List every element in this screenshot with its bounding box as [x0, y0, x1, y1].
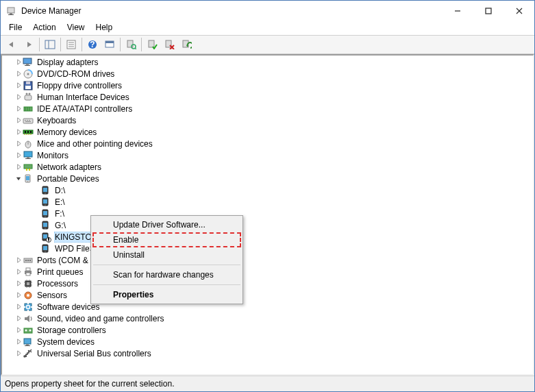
- expand-arrow-icon[interactable]: [14, 71, 23, 77]
- expand-arrow-icon[interactable]: [14, 94, 23, 100]
- expand-arrow-icon[interactable]: [14, 59, 23, 65]
- svg-point-109: [25, 329, 27, 331]
- device-tree[interactable]: Display adaptersDVD/CD-ROM drivesFloppy …: [1, 54, 534, 376]
- expand-arrow-icon[interactable]: [14, 129, 23, 135]
- svg-rect-105: [27, 310, 29, 311]
- context-menu-item[interactable]: Scan for hardware changes: [92, 267, 241, 282]
- context-menu-separator: [93, 265, 240, 265]
- tree-category[interactable]: Storage controllers: [2, 324, 533, 336]
- svg-rect-57: [25, 158, 31, 159]
- svg-rect-117: [25, 356, 27, 357]
- svg-rect-68: [43, 199, 47, 204]
- tree-device[interactable]: KINGSTON: [2, 231, 533, 243]
- scan-hardware-button[interactable]: [123, 37, 139, 52]
- expand-arrow-icon[interactable]: [14, 269, 23, 275]
- tree-category[interactable]: System devices: [2, 336, 533, 347]
- enable-device-button[interactable]: [144, 37, 160, 52]
- menu-file[interactable]: File: [3, 21, 27, 35]
- menu-view[interactable]: View: [62, 21, 90, 35]
- tree-category[interactable]: Universal Serial Bus controllers: [2, 347, 533, 359]
- tree-device[interactable]: G:\: [2, 219, 533, 231]
- tree-category[interactable]: Processors: [2, 278, 533, 289]
- tree-category[interactable]: Memory devices: [2, 126, 533, 138]
- expand-arrow-icon[interactable]: [14, 315, 23, 321]
- expand-arrow-icon[interactable]: [14, 350, 23, 356]
- expand-arrow-icon[interactable]: [14, 117, 23, 123]
- svg-rect-25: [23, 58, 32, 64]
- tree-category-label: Print queues: [36, 267, 84, 277]
- svg-rect-27: [25, 65, 30, 66]
- expand-arrow-icon[interactable]: [14, 339, 23, 345]
- show-hide-tree-button[interactable]: [42, 37, 58, 52]
- context-menu-item[interactable]: Update Driver Software...: [92, 217, 241, 232]
- sound-icon: [23, 313, 34, 324]
- expand-arrow-icon[interactable]: [14, 280, 23, 286]
- svg-point-63: [27, 181, 29, 182]
- tree-category[interactable]: Floppy drive controllers: [2, 79, 533, 91]
- display-icon: [23, 57, 34, 68]
- properties-button[interactable]: [63, 37, 79, 52]
- tree-category[interactable]: Monitors: [2, 149, 533, 161]
- tree-category[interactable]: Software devices: [2, 301, 533, 313]
- tree-device[interactable]: WPD FileSystem Volume Driver: [2, 243, 533, 254]
- minimize-button[interactable]: [442, 1, 473, 21]
- update-driver-button[interactable]: [178, 37, 195, 52]
- context-menu-item[interactable]: Properties: [92, 287, 241, 302]
- tree-category[interactable]: Sound, video and game controllers: [2, 313, 533, 324]
- menu-action[interactable]: Action: [27, 21, 61, 35]
- usb-icon: [23, 348, 34, 359]
- tree-category[interactable]: Human Interface Devices: [2, 91, 533, 103]
- forward-button[interactable]: [21, 37, 37, 52]
- svg-rect-62: [26, 176, 29, 180]
- expand-arrow-icon[interactable]: [14, 304, 23, 310]
- svg-rect-104: [27, 303, 29, 304]
- svg-rect-55: [24, 151, 32, 157]
- svg-rect-4: [486, 8, 491, 14]
- tree-category[interactable]: Network adapters: [2, 161, 533, 173]
- tree-category-label: Memory devices: [36, 127, 97, 137]
- tree-category[interactable]: Keyboards: [2, 114, 533, 126]
- tree-device-label: F:\: [54, 209, 65, 219]
- expand-arrow-icon[interactable]: [14, 140, 23, 147]
- tree-device[interactable]: F:\: [2, 208, 533, 219]
- collapse-arrow-icon[interactable]: [14, 175, 23, 182]
- context-menu-item[interactable]: Uninstall: [92, 247, 241, 262]
- tree-category[interactable]: Sensors: [2, 289, 533, 301]
- svg-rect-88: [26, 268, 30, 271]
- action-center-button[interactable]: [101, 37, 118, 52]
- menu-help[interactable]: Help: [90, 21, 119, 35]
- tree-category-label: System devices: [36, 337, 95, 347]
- maximize-button[interactable]: [473, 1, 503, 21]
- expand-arrow-icon[interactable]: [14, 82, 23, 88]
- back-button[interactable]: [3, 37, 20, 52]
- tree-category-label: Monitors: [36, 151, 69, 160]
- tree-category[interactable]: IDE ATA/ATAPI controllers: [2, 103, 533, 114]
- expand-arrow-icon[interactable]: [14, 292, 23, 298]
- svg-rect-0: [8, 8, 14, 13]
- svg-point-29: [27, 73, 29, 75]
- close-button[interactable]: [503, 1, 534, 21]
- tree-device-label: D:\: [54, 186, 66, 195]
- expand-arrow-icon[interactable]: [14, 106, 23, 112]
- tree-category[interactable]: Print queues: [2, 266, 533, 278]
- disable-device-button[interactable]: [161, 37, 177, 52]
- context-menu-item[interactable]: Enable: [92, 232, 241, 247]
- tree-category[interactable]: DVD/CD-ROM drives: [2, 68, 533, 79]
- net-icon: [23, 162, 34, 173]
- tree-category[interactable]: Mice and other pointing devices: [2, 138, 533, 149]
- help-button[interactable]: ?: [84, 37, 101, 52]
- tree-category[interactable]: Display adapters: [2, 56, 533, 68]
- tree-device[interactable]: D:\: [2, 184, 533, 196]
- tree-category[interactable]: Portable Devices: [2, 173, 533, 184]
- svg-rect-47: [27, 131, 29, 133]
- expand-arrow-icon[interactable]: [14, 164, 23, 170]
- tree-category[interactable]: Ports (COM & LPT): [2, 254, 533, 266]
- toolbar: ?: [1, 35, 534, 54]
- tree-device[interactable]: E:\: [2, 196, 533, 208]
- expand-arrow-icon[interactable]: [14, 257, 23, 263]
- expand-arrow-icon[interactable]: [14, 327, 23, 333]
- tree-category-label: Keyboards: [36, 116, 77, 125]
- monitor-icon: [23, 150, 34, 161]
- expand-arrow-icon[interactable]: [14, 152, 23, 158]
- svg-point-79: [48, 241, 49, 241]
